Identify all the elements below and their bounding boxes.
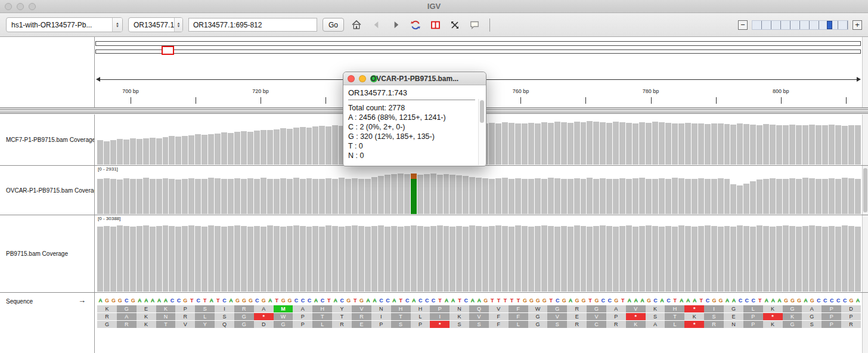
zoom-slider-track[interactable] (752, 20, 848, 30)
coverage-bar (202, 227, 207, 292)
forward-icon[interactable] (389, 18, 403, 32)
right-scrollbar-rail[interactable] (862, 215, 868, 292)
track-name-pb9715[interactable]: PB9715.bam Coverage (0, 215, 94, 292)
coverage-bar (163, 225, 169, 292)
back-icon[interactable] (369, 18, 383, 32)
sequence-base: C (835, 297, 842, 305)
coverage-bar (417, 175, 423, 215)
amino-acid-cell: S (646, 313, 665, 320)
amino-acid-cell: I (215, 305, 234, 312)
coverage-bar (652, 226, 658, 292)
coverage-bar (117, 225, 123, 292)
sequence-base: T (509, 297, 515, 305)
amino-acid-row-3: GRKTVYQGDGPLREPSP*SSFLGSRCRKAL*RNPKGSPR (97, 321, 861, 328)
sequence-data-panel[interactable]: AGGGCGAAAAACCGTCTATCAGGGCGATGGCCCACTACGT… (95, 293, 862, 353)
track-data-ovcar[interactable]: [0 - 2931] (95, 166, 862, 215)
popup-total-count: Total count: 2778 (348, 103, 475, 113)
scrollbar-thumb[interactable] (863, 168, 867, 212)
coverage-bar (117, 179, 123, 214)
view-region-red-box[interactable] (162, 46, 174, 55)
allele-g-segment (411, 174, 417, 179)
define-region-icon[interactable] (428, 18, 442, 32)
ruler-tick-mark (326, 97, 326, 104)
right-scrollbar-rail[interactable] (862, 37, 868, 107)
sequence-base: C (306, 297, 313, 305)
sequence-base: T (326, 297, 332, 305)
amino-acid-cell: R (606, 321, 626, 328)
coverage-bar (352, 225, 358, 292)
track-name-mcf7[interactable]: MCF7-P1-PB9715.bam Coverage (0, 114, 94, 165)
coverage-popup-window[interactable]: OVCAR-P1-PB9715.bam... OR134577.1:743 To… (343, 72, 486, 166)
coverage-bar (718, 227, 724, 292)
coverage-bar (398, 227, 404, 292)
coverage-bar (581, 179, 587, 215)
sequence-base: G (848, 297, 855, 305)
sequence-base: G (646, 297, 652, 305)
sequence-base: G (522, 297, 528, 305)
sequence-strand-arrow-icon[interactable]: → (78, 296, 86, 305)
popup-titlebar[interactable]: OVCAR-P1-PB9715.bam... (343, 72, 486, 85)
coverage-bar (195, 134, 201, 165)
coverage-bar (104, 226, 110, 292)
amino-acid-cell: D (254, 321, 274, 328)
zoom-slider-thumb[interactable] (827, 21, 832, 29)
coverage-bar (619, 226, 625, 292)
sequence-base: G (711, 297, 718, 305)
coverage-bar (391, 174, 397, 214)
coverage-bar (763, 179, 769, 215)
amino-acid-cell: L (509, 321, 528, 328)
popup-count-t: T : 0 (348, 141, 475, 151)
coverage-bar (809, 225, 815, 292)
genome-select-stepper-icon[interactable]: ▲▼ (112, 18, 122, 32)
amino-acid-cell: A (117, 313, 137, 320)
sequence-track-name[interactable]: Sequence → (0, 293, 94, 353)
track-name-ovcar[interactable]: OVCAR-P1-PB9715.bam Coverag (0, 166, 94, 215)
right-scrollbar-rail[interactable] (862, 293, 868, 353)
coverage-bar (842, 126, 848, 165)
sequence-base: A (724, 297, 731, 305)
amino-acid-cell: * (684, 321, 704, 328)
amino-acid-cell: Y (195, 321, 215, 328)
right-scrollbar-rail[interactable] (862, 114, 868, 165)
coverage-bar (698, 123, 704, 165)
coverage-bar (247, 227, 253, 292)
zoom-out-button[interactable]: − (738, 20, 748, 30)
sequence-base: T (515, 297, 522, 305)
popup-scrollbar[interactable] (478, 99, 485, 165)
track-data-pb9715[interactable]: [0 - 30388] (95, 215, 862, 292)
refresh-icon[interactable] (408, 18, 423, 32)
coverage-bar (280, 178, 286, 214)
sequence-base: C (705, 297, 711, 305)
sequence-base: A (228, 297, 234, 305)
coverage-bar (718, 123, 724, 165)
coverage-bar (672, 123, 678, 165)
ruler-tick-label: 800 bp (773, 88, 789, 94)
home-icon[interactable] (349, 18, 364, 32)
sequence-base: G (561, 297, 568, 305)
amino-acid-cell: F (509, 313, 528, 320)
coverage-bar (195, 179, 201, 214)
sequence-base: A (97, 297, 104, 305)
zoom-in-button[interactable]: + (852, 20, 862, 30)
amino-acid-cell: A (254, 305, 274, 312)
ruler-tick-label: 760 bp (513, 88, 529, 94)
chromosome-select[interactable]: OR134577.1 ▲▼ (128, 17, 183, 32)
coverage-bar (287, 226, 293, 292)
popup-scrollbar-thumb[interactable] (480, 100, 484, 123)
genome-select[interactable]: hs1-with-OR134577-Pb... ▲▼ (6, 17, 123, 32)
coverage-bar (202, 135, 207, 165)
right-scrollbar-rail[interactable] (862, 166, 868, 215)
coverage-bar (365, 179, 371, 215)
toolbar-separator (489, 18, 490, 32)
amino-acid-cell: G (274, 321, 293, 328)
tooltip-bubble-icon[interactable] (467, 18, 482, 32)
coverage-bar (600, 225, 606, 292)
go-button[interactable]: Go (323, 18, 344, 32)
fit-to-window-icon[interactable] (448, 18, 462, 32)
coverage-bar (659, 122, 665, 165)
coverage-bar (202, 179, 207, 215)
chromosome-select-stepper-icon[interactable]: ▲▼ (174, 18, 182, 32)
amino-acid-cell: S (391, 321, 411, 328)
sequence-base: T (202, 297, 208, 305)
locus-input[interactable] (188, 18, 317, 32)
